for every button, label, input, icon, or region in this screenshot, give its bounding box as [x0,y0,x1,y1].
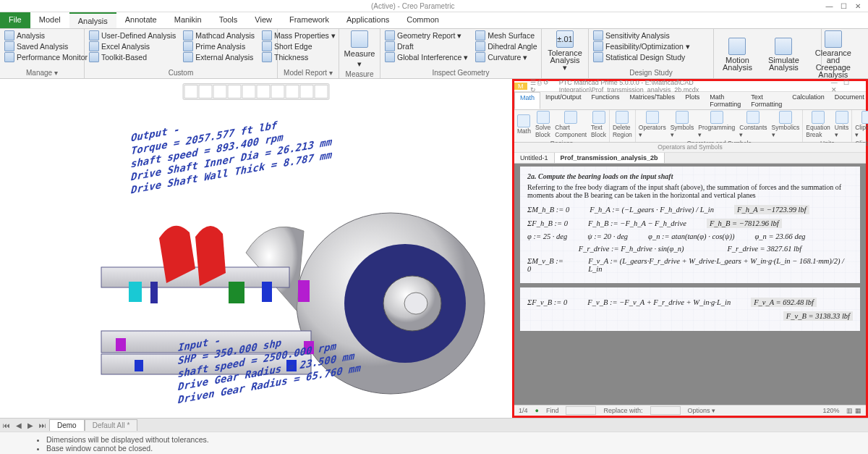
ribbon-statistical-design-study[interactable]: Statistical Design Study [593,52,690,62]
mc-equation-break[interactable]: Equation Break [806,111,830,138]
mc-solve-block[interactable]: Solve Block [535,111,550,138]
menu-view[interactable]: View [246,12,281,28]
options[interactable]: Options ▾ [688,407,716,414]
ribbon-user-defined-analysis[interactable]: User-Defined Analysis [89,30,176,41]
mc-tab-plots[interactable]: Plots [680,92,705,109]
tolerance-button[interactable]: ±.01 Tolerance Analysis ▾ [546,30,584,71]
menu-file[interactable]: File [0,12,30,28]
tab-next-icon[interactable]: ▶ [25,421,36,429]
find-label[interactable]: Find [546,407,559,414]
mathcad-status-bar: 1/4 ● Find Replace with: Options ▾ 120% … [514,405,866,416]
ribbon-feasibility-optimization-[interactable]: Feasibility/Optimization ▾ [593,41,690,51]
mathcad-window-controls[interactable]: — ☐ ✕ [831,79,863,93]
mc-text-block[interactable]: Text Block [591,111,606,138]
motion-button[interactable]: Motion Analysis [718,30,757,78]
mc-file-untitled-[interactable]: Untitled-1 [514,153,555,163]
menu-annotate[interactable]: Annotate [116,12,166,28]
replace-label[interactable]: Replace with: [603,407,642,414]
ribbon-external-analysis[interactable]: External Analysis [183,52,255,62]
refit-icon[interactable] [228,85,242,98]
ribbon-performance-monitor[interactable]: Performance Monitor [4,52,88,62]
zoom-in-icon[interactable] [184,85,198,98]
ribbon-prime-analysis[interactable]: Prime Analysis [183,41,255,51]
mc-tab-input-output[interactable]: Input/Output [540,92,587,109]
tab-prev-icon[interactable]: ◀ [13,421,25,429]
mc-tab-text-formatting[interactable]: Text Formatting [746,92,787,109]
mathcad-app-icon[interactable]: M [514,83,527,90]
ribbon-mesh-surface[interactable]: Mesh Surface [475,30,537,41]
ribbon-toolkit-based[interactable]: Toolkit-Based [89,52,176,62]
menu-applications[interactable]: Applications [338,12,398,28]
mc-delete-region[interactable]: Delete Region [613,111,632,138]
mathcad-subbar: Operators and Symbols [514,143,866,153]
mc-units-[interactable]: Units ▾ [835,111,848,138]
mc-tab-calculation[interactable]: Calculation [787,92,830,109]
ribbon-geometry-report-[interactable]: Geometry Report ▾ [385,30,468,41]
simulate-button[interactable]: Simulate Analysis [764,30,804,78]
ribbon-curvature-[interactable]: Curvature ▾ [475,52,537,62]
tab-last-icon[interactable]: ⏭ [36,421,49,429]
menu-framework[interactable]: Framework [281,12,338,28]
svg-rect-11 [262,282,272,302]
mc-tab-math-formatting[interactable]: Math Formatting [705,92,746,109]
mc-tab-document[interactable]: Document [830,92,868,109]
svg-rect-13 [298,280,310,302]
replace-input[interactable] [650,406,681,415]
ribbon-dihedral-angle[interactable]: Dihedral Angle [475,41,537,51]
menu-tools[interactable]: Tools [210,12,247,28]
mc-tab-math[interactable]: Math [514,92,540,109]
simulate-icon [775,38,792,55]
menu-model[interactable]: Model [30,12,69,28]
tab-default[interactable]: Default All * [85,419,138,431]
ribbon-sensitivity-analysis[interactable]: Sensitivity Analysis [593,30,690,41]
ribbon-excel-analysis[interactable]: Excel Analysis [89,41,176,51]
mc-constants-[interactable]: Constants ▾ [739,111,767,138]
ribbon: AnalysisSaved AnalysisPerformance Monito… [0,29,868,79]
tab-first-icon[interactable]: ⏮ [0,421,13,429]
window-controls[interactable]: — ☐ ✕ [825,2,864,10]
shade-icon[interactable] [271,85,285,98]
tab-demo[interactable]: Demo [49,419,85,431]
style-icon[interactable] [257,85,271,98]
measure-button[interactable]: Measure▾ [344,30,375,69]
mc-chart-component[interactable]: Chart Component [555,111,587,138]
zoom-fit-icon[interactable] [213,85,227,98]
mc-operators-[interactable]: Operators ▾ [639,111,666,138]
menu-common[interactable]: Common [398,12,448,28]
zoom[interactable]: 120% [822,407,839,414]
mc-tab-functions[interactable]: Functions [587,92,625,109]
ribbon-global-interference-[interactable]: Global Interference ▾ [385,52,468,62]
mc-programming-[interactable]: Programming ▾ [698,111,735,138]
mc-math[interactable]: Math [517,114,531,135]
group-title-custom: Custom [89,67,273,77]
find-input[interactable] [566,406,596,415]
mathcad-sheet-1: 2a. Compute the bearing loads on the inp… [520,167,860,283]
ribbon-draft[interactable]: Draft [385,41,468,51]
mc-clipboard-[interactable]: Clipboard ▾ [855,111,868,138]
menu-manikin[interactable]: Manikin [166,12,210,28]
ribbon-saved-analysis[interactable]: Saved Analysis [4,41,88,51]
sheet-heading: 2a. Compute the bearing loads on the inp… [527,172,853,180]
view-icon[interactable] [242,85,256,98]
mc-tab-matrices-tables[interactable]: Matrices/Tables [625,92,681,109]
ribbon-analysis[interactable]: Analysis [4,30,88,41]
model-canvas[interactable]: Output - Torque = 2057.577 ft lbf shaft … [0,79,512,418]
menu-analysis[interactable]: Analysis [69,12,116,28]
zoom-out-icon[interactable] [199,85,213,98]
menubar: FileModelAnalysisAnnotateManikinToolsVie… [0,12,868,29]
page-view-icon[interactable]: ▥ ▦ [846,407,861,414]
ribbon-mathcad-analysis[interactable]: Mathcad Analysis [183,30,255,41]
mathcad-page-area[interactable]: 2a. Compute the bearing loads on the inp… [514,164,866,405]
mc-file-prof-transmission-analysis-b[interactable]: Prof_transmission_analysis_2b [555,153,665,163]
mathcad-quick-access[interactable]: ☰ ⎙ ↺ ↻ [527,79,559,93]
mc-symbolics-[interactable]: Symbolics ▾ [772,111,800,138]
bottom-tab-bar: ⏮ ◀ ▶ ⏭ Demo Default All * [0,418,868,432]
message-line: Base window cannot be closed. [46,444,832,453]
edges-icon[interactable] [300,85,314,98]
mc-symbols-[interactable]: Symbols ▾ [671,111,694,138]
canvas-mini-toolbar [183,83,330,100]
wire-icon[interactable] [286,85,299,98]
mathcad-title-bar: M ☰ ⎙ ↺ ↻ PTC Mathcad Prime 5.0.0.0 - E:… [514,81,866,92]
clearance-icon [825,30,842,48]
clearance-button[interactable]: Clearance and Creepage Analysis [811,30,856,78]
